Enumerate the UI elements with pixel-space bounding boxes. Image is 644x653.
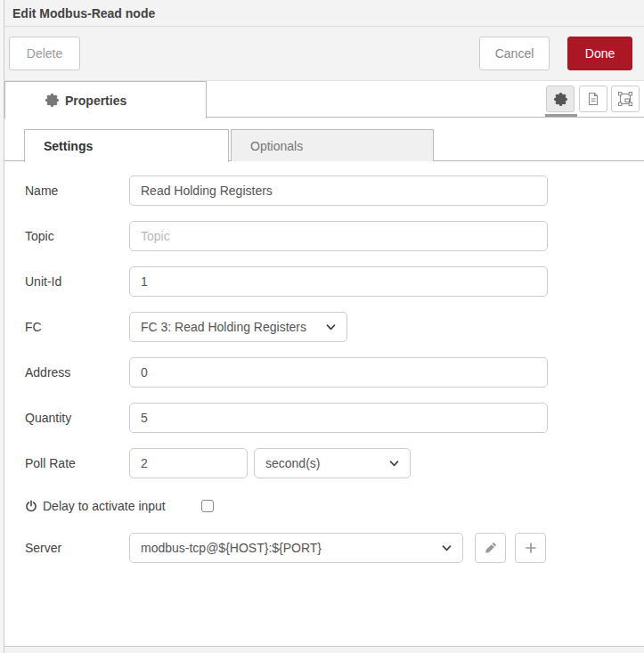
tray-resize-bar[interactable] — [0, 646, 644, 653]
chevron-down-icon — [389, 461, 399, 467]
edit-icon — [485, 542, 497, 554]
tab-properties-label: Properties — [65, 94, 126, 108]
quantity-field-row: Quantity — [25, 403, 644, 433]
fc-field-row: FC FC 3: Read Holding Registers — [25, 312, 644, 342]
dialog-title: Edit Modbus-Read node — [12, 6, 155, 20]
appearance-icon — [618, 92, 632, 106]
appearance-view-button[interactable] — [611, 86, 640, 112]
server-field-row: Server modbus-tcp@${HOST}:${PORT} — [25, 533, 644, 563]
add-server-button[interactable] — [515, 533, 546, 563]
name-field-row: Name — [25, 175, 644, 206]
dialog-toolbar: Delete Cancel Done — [0, 27, 644, 81]
poll-rate-input[interactable] — [129, 448, 248, 478]
fc-select[interactable]: FC 3: Read Holding Registers — [129, 312, 347, 342]
settings-tab-bar: Settings Optionals — [4, 129, 644, 161]
active-view-indicator — [545, 114, 577, 117]
fc-select-value: FC 3: Read Holding Registers — [141, 320, 306, 334]
server-select[interactable]: modbus-tcp@${HOST}:${PORT} — [129, 533, 463, 563]
address-input[interactable] — [129, 357, 548, 388]
server-label: Server — [25, 541, 129, 555]
editor-tab-bar: Properties — [4, 81, 644, 118]
dialog-header: Edit Modbus-Read node — [0, 0, 644, 27]
topic-input[interactable] — [129, 221, 548, 251]
poll-rate-unit-value: second(s) — [265, 456, 320, 470]
unit-id-label: Unit-Id — [25, 274, 129, 289]
topic-label: Topic — [25, 229, 129, 243]
edit-server-button[interactable] — [475, 533, 506, 563]
tab-properties[interactable]: Properties — [4, 81, 207, 118]
add-icon — [525, 542, 537, 554]
chevron-down-icon — [326, 324, 336, 331]
tab-settings[interactable]: Settings — [24, 129, 229, 162]
unit-id-input[interactable] — [129, 266, 548, 297]
cancel-button[interactable]: Cancel — [479, 37, 550, 70]
name-input[interactable] — [129, 175, 548, 206]
tab-settings-label: Settings — [44, 139, 93, 153]
poll-rate-label: Poll Rate — [25, 456, 129, 470]
poll-rate-unit-select[interactable]: second(s) — [254, 448, 411, 478]
address-field-row: Address — [25, 357, 644, 388]
tab-optionals-label: Optionals — [250, 139, 303, 153]
properties-view-button[interactable] — [546, 86, 575, 112]
name-label: Name — [25, 184, 129, 198]
node-properties-form: Name Topic Unit-Id FC FC 3: Read Holding… — [0, 161, 644, 563]
chevron-down-icon — [442, 545, 452, 551]
gear-icon — [554, 93, 567, 106]
unit-id-field-row: Unit-Id — [25, 266, 644, 297]
doc-icon — [586, 92, 600, 106]
delay-field-row: Delay to activate input — [25, 494, 644, 518]
poll-rate-field-row: Poll Rate second(s) — [25, 448, 644, 478]
fc-label: FC — [25, 320, 129, 334]
address-label: Address — [25, 365, 129, 380]
description-view-button[interactable] — [579, 86, 607, 112]
done-button[interactable]: Done — [567, 37, 632, 70]
tab-optionals[interactable]: Optionals — [231, 129, 434, 161]
server-select-value: modbus-tcp@${HOST}:${PORT} — [141, 541, 322, 555]
tray-left-edge — [0, 0, 4, 653]
topic-field-row: Topic — [25, 221, 644, 251]
quantity-label: Quantity — [25, 411, 129, 425]
delete-button[interactable]: Delete — [9, 37, 80, 70]
delay-checkbox[interactable] — [201, 500, 214, 512]
delay-label: Delay to activate input — [43, 499, 166, 513]
quantity-input[interactable] — [129, 403, 548, 433]
gear-icon — [45, 94, 59, 107]
power-icon — [25, 500, 37, 512]
